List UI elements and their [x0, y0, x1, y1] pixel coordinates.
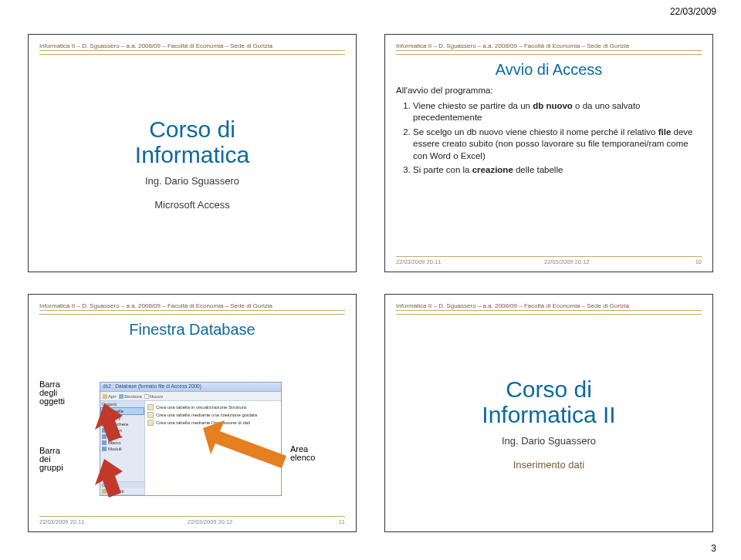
page-date: 22/03/2009 [670, 6, 716, 17]
slide-footer: 22/03/2009 20.11 22/03/2009 20.12 10 [396, 256, 702, 265]
intro-line: All'avvio del programma: [396, 85, 702, 97]
slide-number: 11 [336, 518, 345, 525]
divider [396, 54, 702, 55]
slides-grid: Informatica II – D. Sguassero – a.a. 200… [28, 34, 713, 532]
slide-header: Informatica II – D. Sguassero – a.a. 200… [39, 302, 345, 311]
slide-title: Corso di Informatica II [482, 376, 615, 427]
slide-title: Finestra Database [39, 321, 345, 339]
db-side-item: Query [100, 415, 144, 421]
db-side-item: Macro [100, 440, 144, 446]
db-body-row: Crea una tabella in visualizzazione Stru… [147, 403, 279, 411]
divider [39, 314, 345, 315]
db-side-group-oggetti: Oggetti Tabelle Query Maschere Report Pa… [100, 401, 144, 482]
slide-author: Ing. Dario Sguassero [145, 175, 239, 187]
db-side-item: Tabelle [100, 407, 144, 415]
db-side-header: Oggetti [100, 401, 144, 407]
title-block: Corso di Informatica Ing. Dario Sguasser… [39, 61, 345, 265]
db-body-row: Crea una tabella mediante l'immissione d… [147, 419, 279, 427]
tool-apri: Apri [103, 394, 117, 399]
slide-subject: Inserimento dati [513, 459, 585, 471]
slide-header: Informatica II – D. Sguassero – a.a. 200… [396, 42, 702, 51]
footer-time-1: 22/03/2009 20.11 [396, 258, 441, 265]
slide-subject: Microsoft Access [154, 199, 230, 211]
db-body-row: Crea una tabella mediante una creazione … [147, 411, 279, 419]
db-side-item: Maschere [100, 421, 144, 427]
slide-header: Informatica II – D. Sguassero – a.a. 200… [396, 302, 702, 311]
list-item: Si parte con la creazione delle tabelle [413, 164, 702, 177]
slide-author: Ing. Dario Sguassero [502, 435, 596, 447]
callout-barra-gruppi: Barra dei gruppi [39, 447, 63, 472]
database-window: db2 : Database (formato file di Access 2… [100, 382, 282, 496]
db-side-header: Gruppi [100, 482, 144, 488]
tool-nuovo: Nuovo [144, 394, 163, 399]
db-body: Crea una tabella in visualizzazione Stru… [145, 401, 281, 495]
li-text: Se scelgo un db nuovo viene chiesto il n… [413, 127, 692, 160]
list-item: Viene chiesto se partire da un db nuovo … [413, 100, 702, 124]
db-side-item: Preferiti [100, 488, 144, 494]
db-side-item: Pagine [100, 433, 144, 440]
footer-time-2: 22/03/2009 20.12 [188, 518, 232, 525]
title-block: Corso di Informatica II Ing. Dario Sguas… [396, 321, 702, 525]
slide-body: All'avvio del programma: Viene chiesto s… [396, 85, 702, 179]
slide-title: Avvio di Access [396, 61, 702, 79]
callout-barra-oggetti: Barra degli oggetti [39, 380, 65, 406]
slide-3: Informatica II – D. Sguassero – a.a. 200… [28, 294, 357, 532]
divider [39, 54, 345, 55]
db-side-item: Report [100, 427, 144, 433]
db-side-item: Moduli [100, 446, 144, 452]
db-titlebar: db2 : Database (formato file di Access 2… [100, 383, 281, 392]
page-number: 3 [711, 543, 716, 554]
slide-footer: 22/03/2009 20.11 22/03/2009 20.12 11 [39, 516, 345, 525]
db-sidebar: Oggetti Tabelle Query Maschere Report Pa… [100, 401, 145, 495]
db-toolbar: Apri Struttura Nuovo [100, 392, 281, 401]
divider [396, 314, 702, 315]
li-text: Si parte con la creazione delle tabelle [413, 165, 563, 174]
slide-header: Informatica II – D. Sguassero – a.a. 200… [39, 42, 345, 51]
tool-struttura: Struttura [119, 394, 142, 399]
callout-area-elenco: Area elenco [290, 445, 315, 462]
slide-2: Informatica II – D. Sguassero – a.a. 200… [384, 34, 713, 272]
db-main: Oggetti Tabelle Query Maschere Report Pa… [100, 401, 281, 495]
slide-number: 10 [692, 258, 702, 265]
slide-4: Informatica II – D. Sguassero – a.a. 200… [384, 294, 713, 532]
slide-title: Corso di Informatica [135, 116, 249, 167]
footer-time-2: 22/03/2009 20.12 [544, 258, 589, 265]
db-side-group-gruppi: Gruppi Preferiti [100, 482, 144, 495]
slide-1: Informatica II – D. Sguassero – a.a. 200… [28, 34, 357, 272]
footer-time-1: 22/03/2009 20.11 [39, 518, 84, 525]
slide-body: Barra degli oggetti Barra dei gruppi Are… [39, 343, 345, 516]
numbered-list: Viene chiesto se partire da un db nuovo … [396, 100, 702, 177]
list-item: Se scelgo un db nuovo viene chiesto il n… [413, 127, 702, 163]
